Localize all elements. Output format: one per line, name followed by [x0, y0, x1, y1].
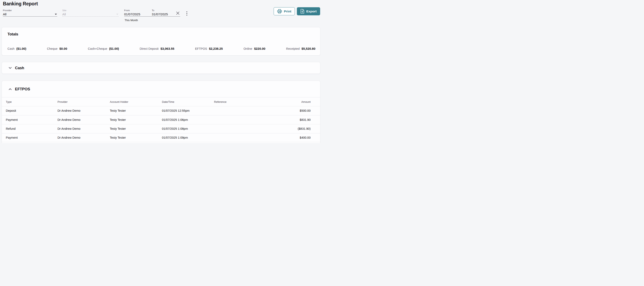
eftpos-table: Type Provider Account Holder Date/Time R… — [2, 97, 320, 142]
kebab-icon — [186, 11, 188, 12]
total-label: Receipted — [286, 47, 300, 50]
total-label: Online — [244, 47, 252, 50]
table-row[interactable]: Deposit Dr Andrew Demo Testy Tester 01/0… — [2, 106, 320, 115]
cell-provider: Dr Andrew Demo — [58, 118, 110, 122]
total-cash-cheque: Cash+Cheque ($1.00) — [88, 47, 119, 50]
cell-account-holder: Testy Tester — [110, 109, 162, 112]
column-header-datetime: Date/Time — [162, 100, 214, 103]
eftpos-section-heading: EFTPOS — [15, 87, 30, 91]
table-header-row: Type Provider Account Holder Date/Time R… — [2, 97, 320, 106]
table-row[interactable]: Payment Dr Andrew Demo Testy Tester 01/0… — [2, 115, 320, 124]
total-label: Cash+Cheque — [88, 47, 107, 50]
total-direct-deposit: Direct Deposit $3,063.55 — [140, 47, 174, 50]
cell-datetime: 01/07/2025 1:09pm — [162, 136, 214, 139]
date-to-label: To — [152, 9, 168, 12]
provider-value: All — [3, 12, 57, 16]
cell-account-holder: Testy Tester — [110, 136, 162, 139]
total-label: Cash — [8, 47, 14, 50]
cell-provider: Dr Andrew Demo — [58, 109, 110, 112]
cell-provider: Dr Andrew Demo — [58, 136, 110, 139]
total-label: Cheque — [47, 47, 58, 50]
date-from-label: From — [124, 9, 140, 12]
cell-type: Payment — [6, 118, 58, 122]
total-label: EFTPOS — [195, 47, 207, 50]
total-value: $3,063.55 — [160, 47, 174, 50]
date-from-input[interactable]: From 01/07/2025 — [124, 9, 140, 16]
total-value: $2,238.25 — [209, 47, 223, 50]
provider-label: Provider — [3, 9, 57, 12]
chevron-up-icon — [8, 88, 12, 90]
header-actions: Print Export — [274, 7, 320, 15]
clear-dates-button[interactable] — [175, 10, 180, 15]
printer-icon — [277, 9, 282, 13]
cell-type: Deposit — [6, 109, 58, 112]
total-online: Online $220.00 — [244, 47, 265, 50]
cell-amount: ($831.90) — [266, 127, 320, 130]
total-cheque: Cheque $0.00 — [47, 47, 67, 50]
dropdown-arrow-icon — [55, 14, 57, 15]
close-icon — [176, 11, 180, 15]
cash-section: Cash — [2, 62, 320, 74]
cell-account-holder: Testy Tester — [110, 118, 162, 122]
site-label: Site — [62, 9, 119, 12]
chevron-down-icon — [8, 67, 12, 69]
table-row[interactable]: Refund Dr Andrew Demo Testy Tester 01/07… — [2, 124, 320, 133]
document-export-icon — [300, 9, 304, 14]
print-button[interactable]: Print — [274, 7, 295, 15]
kebab-icon — [186, 15, 188, 16]
provider-select[interactable]: Provider All — [3, 9, 57, 16]
total-eftpos: EFTPOS $2,238.25 — [195, 47, 223, 50]
table-row[interactable]: Payment Dr Andrew Demo Testy Tester 01/0… — [2, 133, 320, 143]
totals-row: Cash ($1.00) Cheque $0.00 Cash+Cheque ($… — [8, 47, 315, 50]
totals-heading: Totals — [8, 32, 18, 36]
page-title: Banking Report — [3, 1, 38, 7]
cell-amount: $831.90 — [266, 118, 320, 122]
cell-type: Refund — [6, 127, 58, 130]
site-select-disabled: Site All — [62, 9, 119, 16]
date-to-input[interactable]: To 31/07/2025 — [152, 9, 168, 16]
dropdown-arrow-icon — [116, 14, 118, 15]
total-cash: Cash ($1.00) — [8, 47, 26, 50]
eftpos-section: EFTPOS Type Provider Account Holder Date… — [2, 81, 320, 143]
eftpos-section-toggle[interactable]: EFTPOS — [2, 81, 320, 97]
date-from-value: 01/07/2025 — [124, 12, 140, 16]
column-header-account-holder: Account Holder — [110, 100, 162, 103]
print-button-label: Print — [284, 9, 291, 13]
total-value: $220.00 — [254, 47, 265, 50]
kebab-icon — [186, 13, 188, 14]
export-button[interactable]: Export — [297, 7, 320, 15]
cell-provider: Dr Andrew Demo — [58, 127, 110, 130]
totals-card: Totals Cash ($1.00) Cheque $0.00 Cash+Ch… — [2, 27, 320, 56]
date-to-value: 31/07/2025 — [152, 12, 168, 16]
column-header-provider: Provider — [58, 100, 110, 103]
cell-datetime: 01/07/2025 12:55pm — [162, 109, 214, 112]
export-button-label: Export — [306, 9, 316, 13]
column-header-type: Type — [6, 100, 58, 103]
cell-type: Payment — [6, 136, 58, 139]
total-value: ($1.00) — [109, 47, 119, 50]
banking-report-page: Banking Report Provider All Site All Fro… — [0, 0, 322, 143]
cell-datetime: 01/07/2025 1:06pm — [162, 118, 214, 122]
total-value: $0.00 — [60, 47, 67, 50]
more-options-button[interactable] — [184, 10, 189, 16]
cell-account-holder: Testy Tester — [110, 127, 162, 130]
date-range-field: From 01/07/2025 To 31/07/2025 — [124, 9, 180, 16]
total-receipted: Receipted $5,520.80 — [286, 47, 315, 50]
column-header-reference: Reference — [214, 100, 266, 103]
cell-amount: $400.00 — [266, 136, 320, 139]
total-label: Direct Deposit — [140, 47, 158, 50]
cash-section-toggle[interactable]: Cash — [2, 62, 320, 74]
date-preset-this-month[interactable]: This Month — [124, 19, 138, 22]
cash-section-heading: Cash — [15, 66, 24, 70]
total-value: ($1.00) — [16, 47, 26, 50]
cell-datetime: 01/07/2025 1:08pm — [162, 127, 214, 130]
column-header-amount: Amount — [266, 100, 320, 103]
site-value: All — [62, 12, 119, 16]
total-value: $5,520.80 — [302, 47, 315, 50]
cell-amount: $500.00 — [266, 109, 320, 112]
